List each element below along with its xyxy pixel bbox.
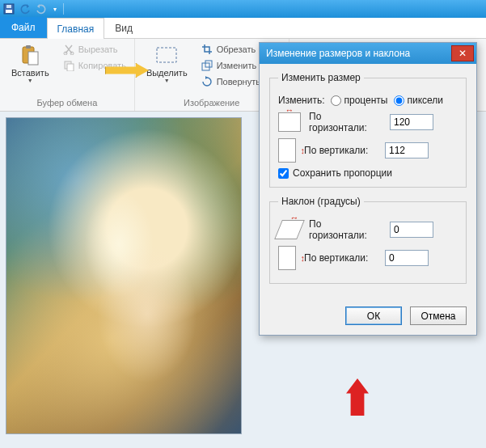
paste-button[interactable]: Вставить ▼	[6, 42, 54, 96]
svg-rect-10	[157, 48, 176, 62]
skew-vert-input[interactable]	[385, 250, 429, 266]
resize-skew-dialog: Изменение размеров и наклона ✕ Изменить …	[259, 42, 477, 336]
tab-home[interactable]: Главная	[47, 18, 105, 39]
ok-button[interactable]: ОК	[345, 306, 402, 325]
separator	[63, 3, 64, 15]
canvas-image[interactable]	[6, 118, 241, 433]
paste-label: Вставить	[11, 68, 49, 78]
select-icon	[154, 44, 180, 66]
select-label: Выделить	[146, 68, 188, 78]
skew-vert-label: По вертикали:	[304, 252, 377, 264]
skew-legend: Наклон (градусы)	[278, 196, 364, 207]
keep-ratio-input[interactable]	[278, 168, 289, 179]
radio-pixels-input[interactable]	[394, 95, 404, 106]
vert-input[interactable]	[385, 142, 429, 158]
cut-icon	[62, 43, 75, 56]
select-button[interactable]: Выделить ▼	[142, 42, 192, 96]
close-button[interactable]: ✕	[451, 45, 474, 61]
group-clipboard-label: Буфер обмена	[6, 96, 128, 109]
tab-file[interactable]: Файл	[0, 17, 47, 38]
crop-label: Обрезать	[217, 44, 256, 54]
radio-percent[interactable]: проценты	[331, 95, 387, 106]
resize-icon	[201, 59, 213, 72]
skew-horiz-icon: ↔	[274, 220, 305, 239]
save-icon[interactable]	[3, 3, 15, 15]
svg-rect-12	[205, 61, 212, 67]
quick-access-toolbar: ▾	[0, 0, 486, 18]
keep-ratio-label: Сохранить пропорции	[293, 167, 392, 179]
vert-label: По вертикали:	[304, 145, 377, 156]
svg-rect-4	[26, 45, 31, 49]
rotate-label: Повернуть	[217, 77, 260, 87]
horiz-input[interactable]	[390, 114, 433, 130]
skew-horiz-label: По горизонтали:	[309, 218, 382, 241]
dialog-title: Изменение размеров и наклона	[266, 48, 410, 59]
resize-legend: Изменить размер	[278, 72, 364, 83]
svg-rect-1	[6, 10, 12, 13]
svg-rect-9	[67, 64, 74, 71]
close-icon: ✕	[459, 48, 467, 59]
cut-button[interactable]: Вырезать	[61, 42, 128, 57]
svg-rect-5	[28, 52, 38, 65]
paste-icon	[17, 44, 43, 66]
radio-percent-input[interactable]	[331, 95, 341, 106]
horiz-label: По горизонтали:	[309, 111, 382, 133]
copy-icon	[62, 59, 75, 72]
change-by-label: Изменить:	[278, 95, 324, 106]
qat-customize-icon[interactable]: ▾	[53, 6, 57, 13]
group-clipboard: Вставить ▼ Вырезать Копировать Буфер обм…	[0, 39, 135, 111]
resize-fieldset: Изменить размер Изменить: проценты пиксе…	[269, 72, 467, 188]
radio-percent-label: проценты	[344, 95, 387, 106]
cut-label: Вырезать	[78, 44, 118, 54]
undo-icon[interactable]	[19, 3, 31, 15]
keep-ratio-checkbox[interactable]: Сохранить пропорции	[278, 167, 458, 179]
skew-fieldset: Наклон (градусы) ↔ По горизонтали: ↕ По …	[269, 196, 467, 284]
tab-view[interactable]: Вид	[104, 17, 143, 38]
vert-resize-icon: ↕	[278, 138, 296, 163]
ribbon-tabs: Файл Главная Вид	[0, 18, 486, 39]
radio-pixels[interactable]: пиксели	[394, 95, 443, 106]
svg-rect-2	[6, 5, 11, 8]
skew-horiz-input[interactable]	[390, 222, 433, 238]
radio-pixels-label: пиксели	[407, 95, 443, 106]
cancel-button[interactable]: Отмена	[410, 306, 467, 325]
horiz-resize-icon: ↔	[278, 112, 301, 132]
skew-vert-icon: ↕	[278, 246, 296, 270]
rotate-icon	[201, 75, 213, 88]
crop-icon	[201, 43, 213, 56]
dropdown-icon: ▼	[27, 78, 33, 83]
dialog-titlebar[interactable]: Изменение размеров и наклона ✕	[260, 43, 476, 64]
dropdown-icon: ▼	[164, 78, 170, 83]
redo-icon[interactable]	[36, 3, 47, 15]
